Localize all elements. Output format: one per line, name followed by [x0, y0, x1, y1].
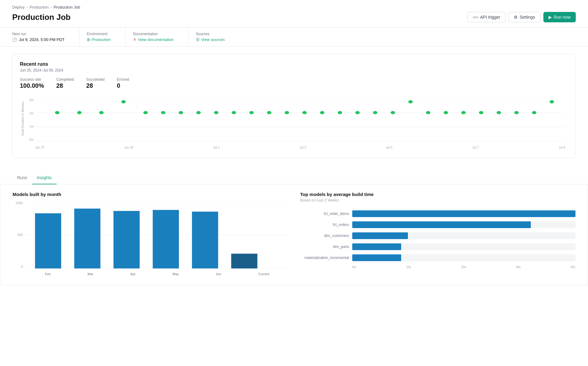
breadcrumb: Deploy › Production › Production Job	[12, 5, 576, 9]
hbar-x-10: 10s	[406, 265, 411, 269]
bar-x-feb: Feb	[45, 272, 50, 276]
bar-y-1000: 1000	[16, 201, 23, 205]
svg-point-5	[77, 111, 81, 114]
svg-point-7	[121, 100, 126, 103]
meta-next-run: Next run 🕐 Jul 9, 2024, 5:00 PM PDT	[12, 28, 72, 46]
svg-point-8	[143, 111, 148, 114]
stat-success-rate: Success rate 100.00%	[20, 77, 44, 89]
hbar-x-0: 0m	[352, 265, 357, 269]
stats-row: Success rate 100.00% Completed 28 Succee…	[20, 77, 568, 89]
svg-point-21	[373, 111, 377, 114]
chart-svg-area	[35, 98, 565, 141]
header-actions: </> API trigger ⚙ Settings ▶ Run now	[467, 12, 576, 22]
insights-section: Models built by month 1000 500 0	[0, 184, 588, 285]
bar-chart-svg	[26, 201, 288, 268]
top-models: Top models by average build time Based o…	[300, 192, 576, 278]
hbar-chart-area: fct_order_items fct_orders dim_customers	[300, 207, 576, 272]
stat-succeeded: Succeeded 28	[86, 77, 105, 89]
run-now-button[interactable]: ▶ Run now	[543, 12, 576, 22]
breadcrumb-sep-2: ›	[50, 5, 52, 9]
tabs: Runs Insights	[0, 172, 588, 184]
meta-sources: Sources ☰ View sources	[188, 28, 232, 46]
hbar-fill-3	[352, 232, 408, 239]
bar-y-0: 0	[21, 265, 23, 268]
svg-point-17	[302, 111, 307, 114]
play-icon: ▶	[549, 15, 552, 20]
svg-point-10	[179, 111, 183, 114]
list-icon: ☰	[196, 37, 200, 42]
svg-point-14	[249, 111, 253, 114]
svg-rect-40	[231, 254, 257, 268]
settings-button[interactable]: ⚙ Settings	[508, 12, 540, 22]
models-by-month: Models built by month 1000 500 0	[13, 192, 288, 278]
svg-point-20	[355, 111, 360, 114]
svg-point-26	[461, 111, 466, 114]
x-label-jul3: Jul 3	[300, 146, 306, 149]
svg-rect-38	[153, 210, 179, 268]
hbar-fill-2	[352, 221, 531, 228]
svg-point-9	[161, 111, 165, 114]
hbar-x-40: 40s	[571, 265, 575, 269]
environment-link[interactable]: ⊞ Production	[87, 37, 111, 42]
hbar-row-materialization: materialization_incremental	[300, 254, 576, 261]
hbar-fill-1	[352, 210, 576, 217]
hbar-label-2: fct_orders	[300, 223, 352, 227]
y-label-2m: 2m	[29, 112, 34, 115]
bar-chart-svg-area	[26, 201, 288, 268]
breadcrumb-production[interactable]: Production	[30, 5, 49, 9]
hbar-x-20: 20s	[461, 265, 466, 269]
svg-rect-35	[35, 213, 61, 268]
tab-insights[interactable]: Insights	[32, 172, 57, 184]
hbar-x-30: 30s	[516, 265, 521, 269]
svg-point-15	[267, 111, 271, 114]
hbar-row-dim-parts: dim_parts	[300, 243, 576, 250]
hbar-label-1: fct_order_items	[300, 212, 352, 216]
svg-point-30	[532, 111, 536, 114]
svg-point-27	[479, 111, 483, 114]
svg-point-28	[497, 111, 501, 114]
grid-icon: ⊞	[87, 37, 90, 42]
svg-point-6	[99, 111, 103, 114]
sources-link[interactable]: ☰ View sources	[196, 37, 225, 42]
meta-documentation: Documentation ✕ View documentation	[125, 28, 181, 46]
bar-y-500: 500	[17, 233, 23, 237]
y-label-1m: 1m	[29, 125, 34, 128]
bar-x-jun: Jun	[216, 272, 221, 276]
svg-point-29	[514, 111, 519, 114]
line-chart-svg	[35, 98, 565, 141]
svg-rect-37	[113, 211, 140, 268]
recent-runs-card: Recent runs Jun 25, 2024–Jul 09, 2024 Su…	[12, 54, 576, 158]
api-trigger-button[interactable]: </> API trigger	[467, 12, 505, 22]
svg-point-23	[408, 100, 412, 103]
breadcrumb-deploy[interactable]: Deploy	[12, 5, 24, 9]
svg-point-25	[444, 111, 448, 114]
hbar-row-fct-orders: fct_orders	[300, 221, 576, 228]
x-label-jul9: Jul 9	[559, 146, 565, 149]
clock-icon: 🕐	[12, 37, 17, 42]
hbar-fill-4	[352, 243, 401, 250]
hbar-label-5: materialization_incremental	[300, 256, 352, 260]
hbar-fill-5	[352, 254, 401, 261]
svg-rect-39	[192, 212, 218, 268]
hbar-row-fct-order-items: fct_order_items	[300, 210, 576, 217]
stat-completed: Completed 28	[56, 77, 74, 89]
bar-chart-area: 1000 500 0	[13, 198, 288, 278]
hbar-label-4: dim_parts	[300, 245, 352, 249]
x-label-jul5: Jul 5	[386, 146, 392, 149]
svg-rect-36	[74, 209, 101, 268]
bar-x-mar: Mar	[87, 272, 93, 276]
x-label-jul7: Jul 7	[472, 146, 479, 149]
x-labels: Jun 27 Jun 29 Jul 1 Jul 3 Jul 5 Jul 7 Ju…	[35, 144, 565, 150]
svg-point-16	[285, 111, 289, 114]
tab-runs[interactable]: Runs	[12, 172, 32, 184]
bar-x-may: May	[172, 272, 179, 276]
doc-icon: ✕	[133, 37, 136, 42]
breadcrumb-current: Production Job	[54, 5, 80, 9]
y-axis-title: Build Duration in Minutes	[21, 101, 25, 135]
svg-point-31	[549, 100, 554, 103]
documentation-link[interactable]: ✕ View documentation	[133, 37, 174, 42]
svg-point-13	[232, 111, 236, 114]
hbar-label-3: dim_customers	[300, 234, 352, 238]
svg-point-22	[391, 111, 395, 114]
breadcrumb-sep-1: ›	[26, 5, 28, 9]
